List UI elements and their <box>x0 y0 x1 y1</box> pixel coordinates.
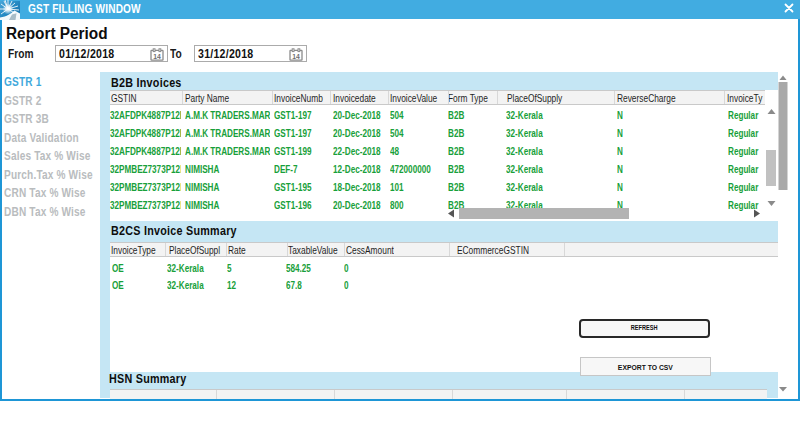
svg-text:14: 14 <box>153 53 161 60</box>
svg-text:14: 14 <box>292 53 300 60</box>
